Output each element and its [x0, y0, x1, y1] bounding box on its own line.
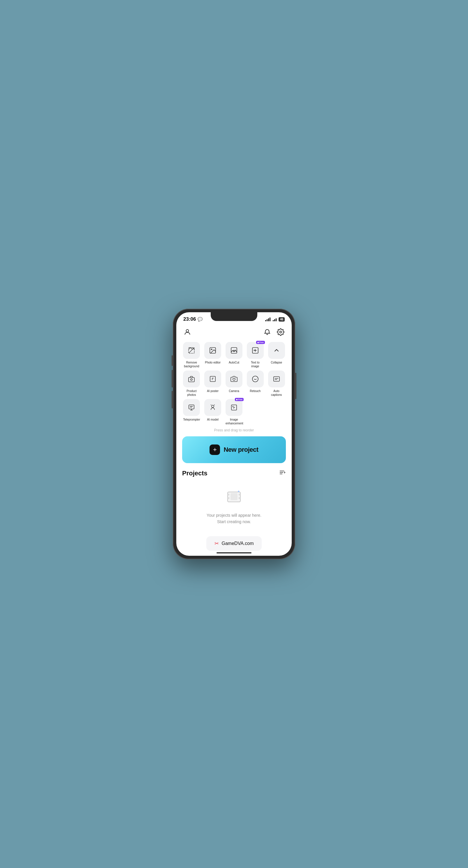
tools-grid-row3: Teleprompter AI model Free [182, 399, 286, 425]
svg-point-0 [186, 330, 189, 332]
svg-rect-25 [239, 494, 240, 495]
free-badge-text-to-image: Free [256, 341, 265, 344]
battery-indicator: 46 [279, 317, 285, 321]
sort-edit-icon[interactable] [279, 469, 286, 477]
whatsapp-icon: 💬 [198, 317, 203, 321]
projects-header: Projects [182, 469, 286, 477]
teleprompter-icon [188, 404, 195, 411]
photo-editor-icon [209, 347, 216, 354]
teleprompter-label: Teleprompter [183, 418, 200, 422]
watermark-button[interactable]: ✂ GameDVA.com [206, 536, 262, 551]
text-to-image-label: Text to image [247, 361, 264, 368]
empty-line1: Your projects will appear here. [207, 512, 261, 519]
tool-remove-background[interactable]: Remove background [182, 342, 201, 368]
tool-ai-model[interactable]: AI model [203, 399, 222, 425]
wifi-signal-icon [273, 317, 276, 321]
svg-rect-27 [231, 493, 237, 500]
watermark-label: GameDVA.com [222, 541, 254, 546]
autocut-icon: AI [230, 347, 238, 354]
signal-bar-4 [269, 317, 270, 321]
ai-model-icon-box [204, 399, 221, 416]
tool-autocut[interactable]: AI AutoCut [225, 342, 244, 368]
remove-background-icon-box [183, 342, 200, 359]
camera-icon [231, 375, 237, 382]
tool-retouch[interactable]: Retouch [246, 371, 265, 397]
tool-photo-editor[interactable]: Photo editor [203, 342, 222, 368]
volume-down-button[interactable] [172, 391, 173, 408]
svg-point-18 [233, 406, 233, 407]
film-icon-svg [225, 488, 243, 505]
profile-icon[interactable] [182, 327, 193, 337]
svg-rect-23 [228, 494, 229, 495]
new-project-plus-icon: + [209, 444, 220, 455]
tool-teleprompter[interactable]: Teleprompter [182, 399, 201, 425]
new-project-button[interactable]: + New project [182, 436, 286, 463]
auto-captions-icon [273, 375, 280, 382]
top-navigation [182, 327, 286, 337]
film-strip-icon [225, 488, 243, 508]
svg-point-11 [191, 379, 192, 380]
wifi-bar-2 [274, 319, 275, 321]
settings-icon[interactable] [275, 327, 286, 337]
time-text: 23:06 [183, 316, 196, 322]
empty-projects-state: Your projects will appear here. Start cr… [182, 482, 286, 531]
tool-ai-poster[interactable]: AI poster [203, 371, 222, 397]
text-to-image-icon: A→ [252, 347, 259, 354]
auto-captions-icon-box [268, 371, 285, 388]
svg-text:A→: A→ [253, 349, 257, 351]
image-enhancement-icon-box: Free [226, 399, 242, 416]
ai-poster-icon-box [204, 371, 221, 388]
retouch-icon [252, 375, 259, 382]
tools-grid-row1: Remove background Photo editor [182, 342, 286, 368]
collapse-label: Collapse [271, 361, 282, 364]
tool-auto-captions[interactable]: Auto captions [267, 371, 286, 397]
tools-grid-row2: Product photos AI poster [182, 371, 286, 397]
product-photos-icon-box [183, 371, 200, 388]
free-badge-image-enhancement: Free [235, 398, 244, 401]
tool-camera[interactable]: Camera [225, 371, 244, 397]
remove-background-icon [188, 347, 195, 354]
retouch-label: Retouch [250, 389, 261, 393]
photo-editor-icon-box [204, 342, 221, 359]
ai-model-icon [209, 404, 216, 411]
sort-lines-icon [279, 469, 286, 476]
signal-bar-1 [265, 320, 266, 321]
phone-frame: 23:06 💬 46 [173, 309, 295, 559]
volume-up-button[interactable] [172, 370, 173, 388]
bell-icon[interactable] [262, 327, 272, 337]
auto-captions-label: Auto captions [268, 389, 285, 397]
camera-label: Camera [229, 389, 239, 393]
main-content: Remove background Photo editor [176, 324, 292, 553]
svg-point-16 [211, 405, 214, 407]
signal-icon [265, 317, 270, 321]
svg-rect-24 [228, 497, 229, 499]
svg-rect-14 [274, 377, 280, 381]
tool-image-enhancement[interactable]: Free Image enhancement [225, 399, 244, 425]
tool-text-to-image[interactable]: Free A→ Text to image [246, 342, 265, 368]
wifi-bar-1 [273, 320, 274, 321]
status-icons: 46 [265, 317, 285, 321]
retouch-icon-box [247, 371, 264, 388]
svg-rect-15 [189, 405, 194, 409]
mute-button[interactable] [172, 355, 173, 366]
power-button[interactable] [295, 373, 296, 399]
empty-line2: Start creating now. [207, 519, 261, 525]
tool-collapse[interactable]: Collapse [267, 342, 286, 368]
image-enhancement-icon [231, 404, 237, 411]
drag-hint: Press and drag to reorder [182, 428, 286, 432]
camera-icon-box [226, 371, 242, 388]
watermark-container: ✂ GameDVA.com [182, 534, 286, 551]
wifi-bar-3 [276, 318, 276, 321]
collapse-icon-box [268, 342, 285, 359]
collapse-icon [273, 347, 280, 354]
photo-editor-label: Photo editor [205, 361, 221, 364]
tool-product-photos[interactable]: Product photos [182, 371, 201, 397]
home-indicator [216, 552, 252, 553]
text-to-image-icon-box: Free A→ [247, 342, 264, 359]
status-time: 23:06 💬 [183, 316, 203, 322]
remove-background-label: Remove background [183, 361, 200, 368]
product-photos-icon [188, 375, 195, 382]
nav-icons-right [262, 327, 286, 337]
autocut-label: AutoCut [229, 361, 239, 364]
autocut-icon-box: AI [226, 342, 242, 359]
